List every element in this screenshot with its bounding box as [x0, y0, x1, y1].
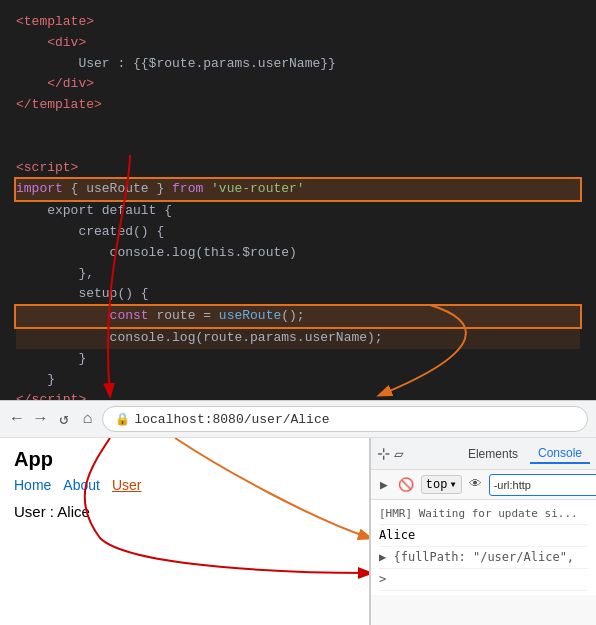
context-selector[interactable]: top ▾ — [421, 475, 462, 494]
tab-console[interactable]: Console — [530, 444, 590, 464]
console-hmr: [HMR] Waiting for update si... — [379, 504, 588, 525]
devtools-tab-bar: ⊹ ▱ Elements Console — [371, 438, 596, 470]
code-line-const: const route = useRoute(); — [16, 306, 580, 327]
nav-link-user[interactable]: User — [112, 477, 142, 493]
code-line-6 — [16, 116, 580, 137]
code-line-import: import { useRoute } from 'vue-router' — [16, 179, 580, 200]
main-area: App Home About User User : Alice — [0, 438, 596, 625]
code-line-9: export default { — [16, 201, 580, 222]
code-line-14: } — [16, 349, 580, 370]
code-line-8: <script> — [16, 158, 580, 179]
console-alice: Alice — [379, 525, 588, 547]
webpage-panel: App Home About User User : Alice — [0, 438, 370, 625]
refresh-button[interactable]: ↺ — [55, 407, 73, 431]
context-chevron: ▾ — [449, 477, 456, 492]
play-icon[interactable]: ▶ — [377, 476, 391, 494]
home-button[interactable]: ⌂ — [79, 408, 97, 430]
code-line-10: created() { — [16, 222, 580, 243]
devtools-console: [HMR] Waiting for update si... Alice ▶ {… — [371, 500, 596, 595]
tab-elements[interactable]: Elements — [460, 445, 526, 463]
code-line-3: User : {{$route.params.userName}} — [16, 54, 580, 75]
console-prompt: > — [379, 569, 588, 591]
user-display: User : Alice — [14, 503, 355, 520]
no-icon[interactable]: 🚫 — [395, 476, 417, 494]
code-line-7 — [16, 137, 580, 158]
url-bar[interactable]: 🔒 localhost:8080/user/Alice — [102, 406, 588, 432]
app-title: App — [14, 448, 355, 471]
browser-bar: ← → ↺ ⌂ 🔒 localhost:8080/user/Alice — [0, 400, 596, 438]
code-line-2: <div> — [16, 33, 580, 54]
code-line-1: <template> — [16, 12, 580, 33]
forward-button[interactable]: → — [32, 408, 50, 430]
devtools-panel: ⊹ ▱ Elements Console ▶ 🚫 top ▾ 👁 [HMR] W… — [370, 438, 596, 625]
devtools-responsive-icon[interactable]: ▱ — [394, 444, 404, 464]
code-line-15: } — [16, 370, 580, 391]
nav-link-about[interactable]: About — [63, 477, 100, 493]
nav-links: Home About User — [14, 477, 355, 493]
context-label: top — [426, 478, 448, 492]
nav-link-home[interactable]: Home — [14, 477, 51, 493]
lock-icon: 🔒 — [115, 412, 130, 427]
code-line-12: }, — [16, 264, 580, 285]
code-line-16: </script> — [16, 390, 580, 400]
code-line-13: setup() { — [16, 284, 580, 305]
eye-icon[interactable]: 👁 — [466, 476, 485, 493]
code-line-consolelog: console.log(route.params.userName); — [16, 328, 580, 349]
back-button[interactable]: ← — [8, 408, 26, 430]
code-line-5: </template> — [16, 95, 580, 116]
code-editor: <template> <div> User : {{$route.params.… — [0, 0, 596, 400]
expand-icon[interactable]: ▶ — [379, 550, 386, 564]
url-text: localhost:8080/user/Alice — [134, 412, 329, 427]
code-line-4: </div> — [16, 74, 580, 95]
code-line-11: console.log(this.$route) — [16, 243, 580, 264]
devtools-console-toolbar: ▶ 🚫 top ▾ 👁 — [371, 470, 596, 500]
console-object: ▶ {fullPath: "/user/Alice", — [379, 547, 588, 569]
filter-input[interactable] — [489, 474, 596, 496]
devtools-inspect-icon[interactable]: ⊹ — [377, 444, 390, 464]
